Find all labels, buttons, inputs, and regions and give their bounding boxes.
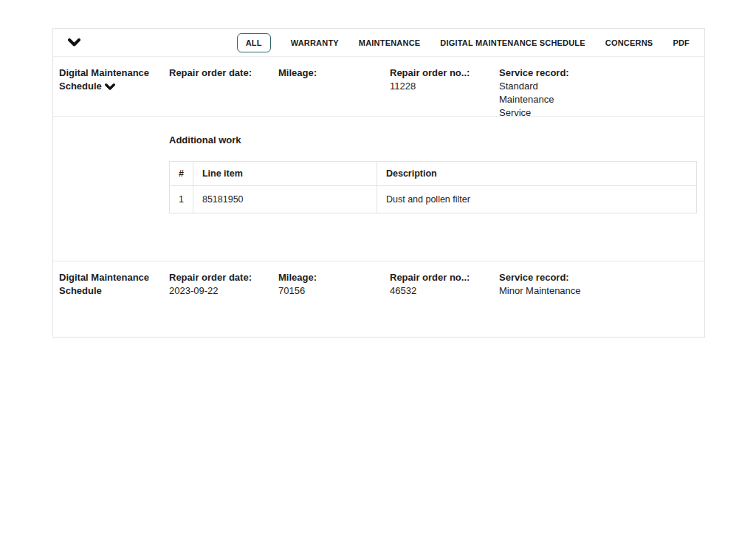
tab-pdf[interactable]: PDF bbox=[673, 38, 690, 47]
field-label: Mileage: bbox=[278, 66, 390, 80]
field-label: Service record: bbox=[499, 66, 698, 80]
field-label: Repair order no..: bbox=[390, 271, 499, 284]
additional-work-table: # Line item Description 1 85181950 Dust … bbox=[169, 161, 697, 213]
filter-tabs: ALL WARRANTY MAINTENANCE DIGITAL MAINTEN… bbox=[237, 33, 690, 52]
cell-description: Dust and pollen filter bbox=[377, 186, 696, 213]
collapse-all-button[interactable] bbox=[68, 38, 80, 47]
field-value: 11228 bbox=[390, 80, 478, 93]
tab-concerns[interactable]: CONCERNS bbox=[605, 38, 653, 47]
service-record-row[interactable]: Digital Maintenance Schedule Repair orde… bbox=[53, 57, 704, 116]
record-type-label: Digital Maintenance Schedule bbox=[59, 271, 155, 298]
table-header-row: # Line item Description bbox=[170, 162, 697, 186]
service-record-row[interactable]: Digital Maintenance Schedule Repair orde… bbox=[53, 261, 704, 340]
field-value: 2023-09-22 bbox=[169, 284, 258, 298]
column-header-line-item: Line item bbox=[193, 162, 377, 186]
column-header-number: # bbox=[170, 162, 193, 186]
additional-work-title: Additional work bbox=[169, 134, 697, 146]
cell-line-item: 85181950 bbox=[193, 186, 377, 213]
tab-warranty[interactable]: WARRANTY bbox=[291, 38, 339, 47]
chevron-down-icon[interactable] bbox=[105, 81, 115, 94]
field-label: Repair order no..: bbox=[390, 66, 499, 80]
field-value: 70156 bbox=[278, 284, 367, 298]
field-value: Minor Maintenance bbox=[499, 284, 588, 298]
field-label: Service record: bbox=[499, 271, 698, 284]
tab-digital-maintenance-schedule[interactable]: DIGITAL MAINTENANCE SCHEDULE bbox=[440, 38, 585, 47]
tab-maintenance[interactable]: MAINTENANCE bbox=[359, 38, 420, 47]
field-label: Mileage: bbox=[278, 271, 390, 284]
record-expanded-detail: Additional work # Line item Description … bbox=[53, 116, 704, 261]
chevron-down-icon bbox=[68, 38, 80, 47]
field-label: Repair order date: bbox=[169, 271, 278, 284]
field-value: 46532 bbox=[390, 284, 478, 298]
field-label: Repair order date: bbox=[169, 66, 278, 80]
table-row: 1 85181950 Dust and pollen filter bbox=[170, 186, 697, 213]
field-value: Standard Maintenance Service bbox=[499, 80, 588, 120]
service-history-panel: ALL WARRANTY MAINTENANCE DIGITAL MAINTEN… bbox=[52, 28, 705, 338]
tab-all[interactable]: ALL bbox=[237, 33, 271, 52]
filter-toolbar: ALL WARRANTY MAINTENANCE DIGITAL MAINTEN… bbox=[53, 29, 704, 57]
column-header-description: Description bbox=[377, 162, 696, 186]
cell-number: 1 bbox=[170, 186, 193, 213]
record-type-label: Digital Maintenance Schedule bbox=[59, 66, 155, 94]
